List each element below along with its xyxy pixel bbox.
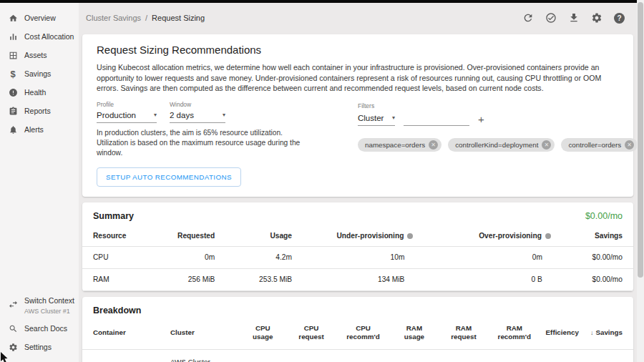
- main-area: Cluster Savings / Request Sizing ?: [79, 3, 637, 362]
- column-header: Container: [82, 322, 165, 350]
- chip-close-icon[interactable]: ✕: [429, 140, 438, 150]
- chip-label: controller=orders: [568, 141, 621, 149]
- breadcrumb-separator: /: [145, 14, 147, 22]
- add-filter-icon[interactable]: +: [478, 114, 484, 126]
- window-select[interactable]: 2 days ▾: [170, 110, 225, 123]
- help-glyph: ?: [614, 13, 625, 24]
- page-description: Using Kubecost allocation metrics, we de…: [97, 62, 619, 94]
- sidebar-item-cost-allocation[interactable]: Cost Allocation: [0, 27, 79, 46]
- sidebar-item-settings[interactable]: Settings: [0, 338, 79, 356]
- profile-window-column: Profile Production ▾ Window 2 days: [97, 101, 337, 187]
- sidebar-item-label: Health: [24, 88, 46, 97]
- page: Overview Cost Allocation Assets $ Saving…: [0, 0, 644, 362]
- cell-ram-recommended: 390 MiB: [489, 349, 540, 362]
- table-row: RAM 256 MiB 253.5 MiB 134 MiB 0 B $0.00/…: [82, 268, 633, 290]
- refresh-icon[interactable]: [522, 12, 534, 24]
- chevron-down-icon: ▾: [223, 112, 225, 118]
- filter-chip: controller=orders ✕: [561, 138, 638, 152]
- column-header-sortable[interactable]: CPUrequest: [286, 322, 336, 350]
- cell-cpu-usage: 4.2m: [239, 349, 286, 362]
- chevron-down-icon: ▾: [154, 112, 157, 118]
- assets-grid-icon: [8, 50, 18, 60]
- sidebar-item-label: Overview: [24, 14, 56, 22]
- chip-close-icon[interactable]: ✕: [625, 140, 634, 150]
- sidebar-item-health[interactable]: Health: [0, 83, 79, 102]
- vertical-scrollbar[interactable]: [637, 0, 644, 362]
- cell-requested: 256 MiB: [148, 268, 225, 290]
- table-row[interactable]: orders/orders:orders AWS Cluster #1/clus…: [82, 349, 633, 362]
- dollar-icon: $: [8, 69, 18, 79]
- profile-value: Production: [97, 111, 136, 119]
- column-header: Resource: [82, 228, 148, 247]
- sidebar-item-switch-context[interactable]: Switch Context AWS Cluster #1: [0, 289, 79, 319]
- breadcrumb-current: Request Sizing: [152, 14, 205, 22]
- filter-field-select[interactable]: Cluster ▾: [358, 113, 395, 126]
- content: Request Sizing Recommendations Using Kub…: [79, 33, 637, 362]
- cell-usage: 4.2m: [225, 246, 303, 268]
- table-row: CPU 0m 4.2m 10m 0m $0.00/mo: [82, 246, 633, 268]
- profile-select[interactable]: Production ▾: [97, 110, 157, 123]
- sidebar-item-label: Reports: [24, 107, 51, 115]
- search-icon: [8, 323, 18, 333]
- sidebar-item-search-docs[interactable]: Search Docs: [0, 319, 79, 338]
- summary-card: Summary $0.00/mo Resource Requested Usag…: [82, 202, 633, 291]
- filter-field-value: Cluster: [358, 114, 384, 122]
- filter-value-input[interactable]: [404, 113, 469, 126]
- profile-label: Profile: [97, 101, 157, 108]
- breakdown-title: Breakdown: [93, 305, 141, 315]
- window-label: Window: [170, 101, 225, 108]
- cell-usage: 253.5 MiB: [225, 268, 303, 290]
- cell-over-provisioning: 0 B: [424, 268, 562, 290]
- help-icon[interactable]: ?: [613, 12, 625, 24]
- window-select-group: Window 2 days ▾: [170, 101, 225, 123]
- column-header-sorted[interactable]: ↓Savings: [585, 322, 633, 350]
- request-sizing-card: Request Sizing Recommendations Using Kub…: [82, 34, 633, 197]
- column-header-sortable[interactable]: RAMusage: [390, 322, 439, 350]
- column-header-sortable[interactable]: Efficiency: [540, 322, 585, 350]
- chip-label: controllerKind=deployment: [455, 141, 538, 149]
- sidebar-item-label: Settings: [24, 343, 52, 351]
- info-icon[interactable]: [545, 233, 551, 239]
- setup-auto-recommendations-button[interactable]: SETUP AUTO RECOMMENDATIONS: [97, 167, 241, 187]
- sort-desc-icon: ↓: [590, 329, 594, 336]
- summary-header-row: Resource Requested Usage Under-provision…: [82, 228, 633, 247]
- breadcrumb-parent-link[interactable]: Cluster Savings: [86, 14, 141, 22]
- column-header-sortable[interactable]: RAMrecomm'd: [489, 322, 540, 350]
- filter-chip: controllerKind=deployment ✕: [448, 138, 555, 152]
- sidebar-item-label: Cost Allocation: [24, 32, 74, 41]
- sidebar-item-alerts[interactable]: Alerts: [0, 120, 79, 139]
- column-header: Under-provisioning: [303, 228, 424, 247]
- download-icon[interactable]: [567, 12, 580, 24]
- sidebar-item-assets[interactable]: Assets: [0, 46, 79, 64]
- sidebar-item-overview[interactable]: Overview: [0, 9, 79, 27]
- cell-under-provisioning: 134 MiB: [303, 268, 424, 290]
- sidebar-item-label: Search Docs: [24, 324, 67, 333]
- sidebar-item-label: Alerts: [24, 125, 44, 134]
- settings-gear-icon[interactable]: [590, 12, 602, 24]
- sidebar-item-label: Savings: [24, 69, 51, 78]
- chip-label: namespace=orders: [365, 141, 425, 149]
- cell-ram-usage: 253.5 MiB: [390, 349, 439, 362]
- current-cluster-label: AWS Cluster #1: [24, 308, 74, 315]
- cell-resource: RAM: [82, 268, 148, 290]
- cell-cpu-request: 0m: [286, 349, 336, 362]
- column-header-sortable[interactable]: CPUrecomm'd: [336, 322, 390, 350]
- sidebar-item-savings[interactable]: $ Savings: [0, 64, 79, 83]
- info-icon[interactable]: [407, 233, 413, 239]
- filter-row: Cluster ▾ +: [358, 113, 619, 126]
- bar-chart-icon: [8, 31, 18, 41]
- cell-savings: $0.00/mo: [562, 246, 633, 268]
- check-circle-icon[interactable]: [545, 12, 557, 24]
- column-header-sortable[interactable]: RAMrequest: [439, 322, 489, 350]
- sidebar-item-reports[interactable]: Reports: [0, 102, 79, 120]
- profile-note: In production clusters, the aim is 65% r…: [97, 128, 311, 158]
- scrollbar-thumb[interactable]: [638, 2, 643, 278]
- cell-ram-request: 256 MiB: [439, 349, 489, 362]
- chip-close-icon[interactable]: ✕: [542, 140, 551, 150]
- mouse-cursor: [0, 352, 10, 362]
- cell-efficiency: 85.9%: [540, 349, 585, 362]
- sidebar-spacer: [0, 139, 79, 289]
- profile-select-group: Profile Production ▾: [97, 101, 157, 123]
- column-header-sortable[interactable]: CPUusage: [239, 322, 286, 350]
- bell-icon: [8, 124, 18, 134]
